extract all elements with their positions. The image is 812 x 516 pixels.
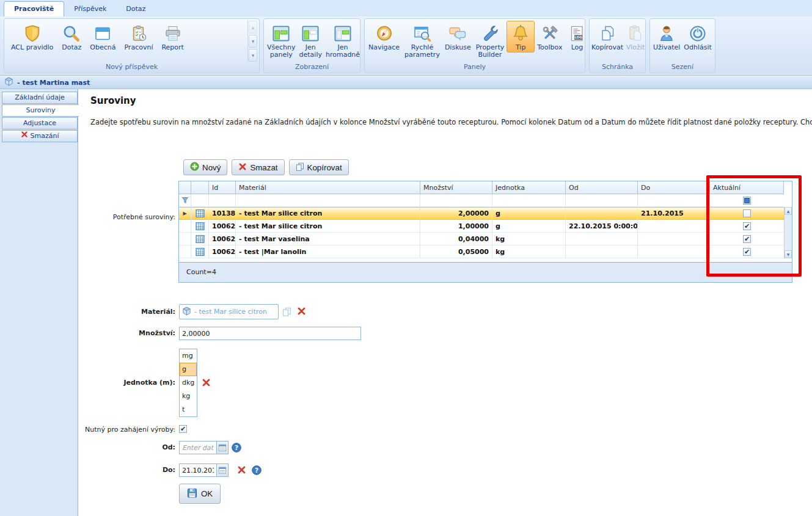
clear-to-date-icon[interactable] xyxy=(237,465,246,474)
toolbox-button[interactable]: Toolbox xyxy=(535,21,565,53)
table-row-icon[interactable] xyxy=(191,245,209,258)
wrench-icon xyxy=(480,23,500,44)
filter-cell[interactable] xyxy=(236,194,420,207)
all-panels-button[interactable]: Všechny panely xyxy=(265,21,298,60)
only-bulk-button[interactable]: Jen hromadně xyxy=(324,21,362,60)
quick-params-button[interactable]: Rychlé parametry xyxy=(402,21,442,60)
filter-cell[interactable] xyxy=(191,194,209,207)
cell-material: - test Mar silice citron xyxy=(236,207,420,220)
expand-more-icon[interactable]: ▼ xyxy=(249,49,257,62)
cell-to xyxy=(638,233,710,245)
unit-listbox[interactable]: mg g dkg kg t xyxy=(179,349,197,417)
required-label: Nutný pro zahájení výroby: xyxy=(79,426,175,434)
paste-button[interactable]: Vložit xyxy=(624,21,646,53)
filter-funnel-icon[interactable] xyxy=(179,194,191,207)
property-builder-button[interactable]: Property Builder xyxy=(474,21,507,60)
row-current-checkbox[interactable]: ✔ xyxy=(743,248,751,256)
calendar-icon[interactable] xyxy=(216,442,228,454)
from-date-input[interactable] xyxy=(180,442,216,454)
report-button[interactable]: Report xyxy=(157,21,188,53)
only-details-button[interactable]: Jen detaily xyxy=(298,21,324,60)
filter-cell[interactable] xyxy=(638,194,710,207)
filter-cell[interactable] xyxy=(566,194,638,207)
filter-cell[interactable] xyxy=(209,194,236,207)
logout-button[interactable]: Odhlásit xyxy=(682,21,714,53)
table-row-icon[interactable] xyxy=(191,207,209,220)
filter-cell[interactable] xyxy=(420,194,492,207)
sidebar-item-zakladni-udaje[interactable]: Základní údaje xyxy=(2,92,78,104)
group-panely: Navigace Rychlé parametry Diskuse Proper… xyxy=(364,18,585,73)
tip-button[interactable]: Tip xyxy=(507,21,535,53)
clear-material-icon[interactable] xyxy=(297,307,306,316)
document-title-bar: - test Martina mast xyxy=(0,76,812,89)
group-schranka: Kopírovat Vložit Schránka xyxy=(589,18,646,73)
column-header-material[interactable]: Materiál xyxy=(236,181,420,194)
filter-cell[interactable] xyxy=(492,194,566,207)
general-button[interactable]: Obecná xyxy=(86,21,120,53)
column-header-from[interactable]: Od xyxy=(566,181,638,194)
unit-option[interactable]: t xyxy=(180,403,197,416)
unit-option[interactable]: kg xyxy=(180,390,197,403)
page-description: Zadejte spotřebu surovin na množství zad… xyxy=(90,118,812,126)
copy-icon[interactable] xyxy=(282,307,291,316)
copy-row-button[interactable]: Kopírovat xyxy=(289,159,349,175)
tab-prispevek[interactable]: Příspěvek xyxy=(64,2,116,16)
acl-rule-button[interactable]: ACL pravidlo xyxy=(7,21,57,53)
row-current-checkbox[interactable]: ✔ xyxy=(743,222,751,230)
column-header-qty[interactable]: Množství xyxy=(420,181,492,194)
to-date-input[interactable] xyxy=(180,464,216,476)
cell-qty: 0,05000 xyxy=(420,245,492,258)
work-button[interactable]: Pracovní xyxy=(120,21,157,53)
grid-row[interactable]: 10062 - test |Mar lanolin 0,05000 kg ✔ xyxy=(179,245,792,258)
help-icon[interactable] xyxy=(232,443,241,452)
grid-row[interactable]: 10062 - test Mar silice citron 1,00000 g… xyxy=(179,220,792,233)
material-field[interactable]: - test Mar silice citron xyxy=(179,304,279,319)
scroll-up-icon[interactable]: ▲ xyxy=(249,21,257,34)
column-header-to[interactable]: Do xyxy=(638,181,710,194)
cell-id: 10062 xyxy=(209,233,236,245)
ok-button[interactable]: OK xyxy=(179,484,221,504)
scroll-down-icon[interactable]: ▼ xyxy=(249,35,257,48)
grid-row[interactable]: 10062 - test Mar vaselina 0,04000 kg ✔ xyxy=(179,233,792,245)
scroll-down-icon[interactable]: ▼ xyxy=(785,250,792,258)
unit-option-selected[interactable]: g xyxy=(180,363,197,376)
from-date-field xyxy=(179,441,229,454)
grid-caption: Potřebné suroviny: xyxy=(79,213,175,221)
delete-button[interactable]: Smazat xyxy=(232,159,284,175)
qty-input[interactable] xyxy=(179,327,361,340)
column-header-unit[interactable]: Jednotka xyxy=(492,181,566,194)
discussion-button[interactable]: Diskuse xyxy=(442,21,474,53)
unit-option[interactable]: dkg xyxy=(180,376,197,390)
copy-icon xyxy=(296,162,304,173)
column-header-id[interactable]: Id xyxy=(209,181,236,194)
table-row-icon[interactable] xyxy=(191,220,209,233)
user-button[interactable]: Uživatel xyxy=(651,21,682,53)
tab-pracoviste[interactable]: Pracoviště xyxy=(4,1,64,16)
row-current-checkbox[interactable]: ✔ xyxy=(743,235,751,243)
scroll-up-icon[interactable]: ▲ xyxy=(785,207,792,215)
help-icon[interactable] xyxy=(252,465,262,475)
row-current-checkbox[interactable] xyxy=(743,209,751,217)
to-label: Do: xyxy=(79,463,175,477)
sidebar-item-adjustace[interactable]: Adjustace xyxy=(2,117,78,129)
cell-unit: g xyxy=(492,220,566,233)
sidebar-item-suroviny[interactable]: Suroviny xyxy=(2,104,79,117)
table-row-icon[interactable] xyxy=(191,233,209,245)
material-value: - test Mar silice citron xyxy=(194,308,267,316)
grid-vertical-scrollbar[interactable]: ▲ ▼ xyxy=(784,207,792,258)
clear-unit-icon[interactable] xyxy=(202,378,211,387)
required-checkbox[interactable]: ✔ xyxy=(179,425,187,433)
query-button[interactable]: Dotaz xyxy=(57,21,86,53)
sidebar-item-smazani[interactable]: Smazání xyxy=(2,130,78,142)
column-header-current[interactable]: Aktuální xyxy=(710,181,784,194)
calendar-icon[interactable] xyxy=(216,464,228,476)
navigation-button[interactable]: Navigace xyxy=(366,21,402,53)
copy-icon xyxy=(598,23,617,44)
unit-option[interactable]: mg xyxy=(180,349,197,363)
tab-dotaz[interactable]: Dotaz xyxy=(116,2,155,16)
filter-current-checkbox[interactable] xyxy=(743,197,751,205)
log-button[interactable]: Log xyxy=(565,21,589,53)
copy-button[interactable]: Kopírovat xyxy=(590,21,624,53)
new-button[interactable]: Nový xyxy=(183,159,227,175)
grid-row[interactable]: ▶ 10138 - test Mar silice citron 2,00000… xyxy=(179,207,792,220)
